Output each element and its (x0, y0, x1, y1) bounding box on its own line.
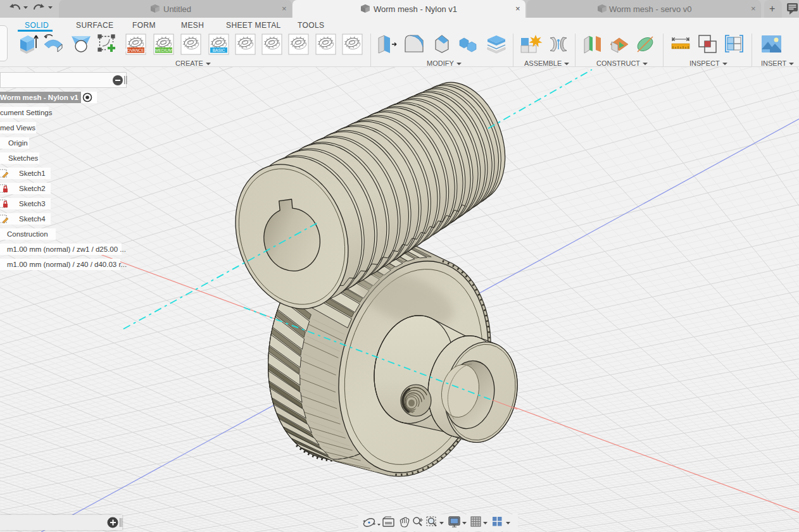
svg-text:ADVANCED: ADVANCED (125, 48, 148, 53)
svg-text:BASIC: BASIC (213, 48, 225, 53)
svg-text:MEDIUM: MEDIUM (155, 48, 172, 53)
